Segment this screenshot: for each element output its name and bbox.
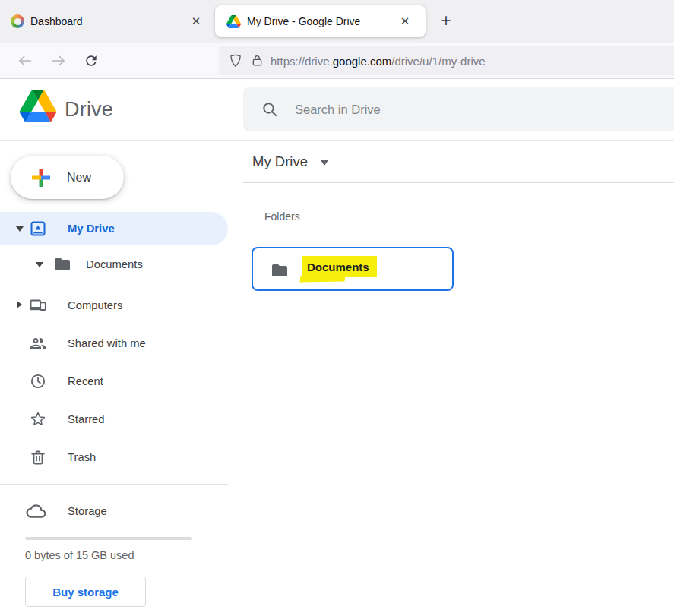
sidebar-item-trash[interactable]: Trash bbox=[0, 441, 228, 474]
sidebar-item-my-drive[interactable]: My Drive bbox=[0, 212, 228, 245]
sidebar-item-label: Computers bbox=[68, 299, 122, 311]
section-divider bbox=[243, 182, 674, 183]
chevron-down-icon[interactable] bbox=[36, 262, 43, 267]
close-tab-icon[interactable]: ✕ bbox=[188, 14, 204, 28]
plus-icon bbox=[27, 164, 55, 191]
shield-icon[interactable] bbox=[228, 53, 243, 68]
reload-icon[interactable] bbox=[84, 53, 99, 68]
people-icon bbox=[29, 334, 47, 352]
star-icon bbox=[29, 410, 47, 428]
folder-icon bbox=[271, 261, 289, 280]
new-button-label: New bbox=[67, 171, 91, 185]
storage-usage-text: 0 bytes of 15 GB used bbox=[25, 549, 134, 561]
main-content: My Drive Folders Documents bbox=[243, 141, 674, 616]
tab-my-drive[interactable]: My Drive - Google Drive ✕ bbox=[215, 5, 426, 37]
sidebar-item-label: Trash bbox=[68, 451, 96, 463]
drive-favicon-icon bbox=[226, 15, 241, 28]
cloud-icon bbox=[25, 501, 47, 521]
sidebar-item-label: Shared with me bbox=[68, 337, 146, 349]
sidebar-item-label: Documents bbox=[86, 258, 143, 270]
folder-name: Documents bbox=[302, 256, 377, 277]
breadcrumb-my-drive[interactable]: My Drive bbox=[252, 153, 328, 170]
search-input[interactable]: Search in Drive bbox=[243, 87, 674, 131]
drive-header: Drive Search in Drive bbox=[0, 79, 674, 141]
tab-dashboard[interactable]: Dashboard ✕ bbox=[0, 0, 207, 43]
new-tab-button[interactable]: + bbox=[434, 10, 458, 33]
sidebar-item-label: My Drive bbox=[68, 223, 115, 235]
browser-window: Dashboard ✕ My Drive - Google Drive ✕ + bbox=[0, 0, 674, 616]
app-name: Drive bbox=[65, 98, 113, 122]
url-text: https://drive.google.com/drive/u/1/my-dr… bbox=[271, 55, 486, 68]
sidebar-item-storage[interactable]: Storage bbox=[0, 494, 228, 528]
sidebar-divider bbox=[0, 484, 228, 485]
sidebar-item-label: Starred bbox=[68, 413, 105, 425]
highlight-annotation: Documents bbox=[302, 256, 377, 277]
tab-bar: Dashboard ✕ My Drive - Google Drive ✕ + bbox=[0, 0, 674, 43]
back-icon[interactable] bbox=[17, 52, 33, 69]
page-title: My Drive bbox=[252, 153, 308, 170]
computers-icon bbox=[29, 296, 47, 314]
clock-icon bbox=[29, 372, 47, 390]
dashboard-favicon-icon bbox=[11, 14, 24, 28]
sidebar-item-documents[interactable]: Documents bbox=[0, 248, 228, 281]
browser-toolbar: https://drive.google.com/drive/u/1/my-dr… bbox=[0, 43, 674, 79]
folders-section-label: Folders bbox=[264, 210, 300, 223]
buy-storage-button[interactable]: Buy storage bbox=[25, 577, 146, 607]
storage-progress-bar bbox=[25, 537, 192, 540]
search-placeholder: Search in Drive bbox=[295, 103, 381, 117]
new-button[interactable]: New bbox=[11, 156, 124, 199]
folder-card-documents[interactable]: Documents bbox=[252, 247, 454, 291]
sidebar-item-label: Recent bbox=[68, 375, 103, 387]
sidebar-item-label: Storage bbox=[68, 505, 107, 517]
lock-icon[interactable] bbox=[250, 53, 264, 68]
sidebar-item-computers[interactable]: Computers bbox=[0, 289, 228, 322]
close-tab-icon[interactable]: ✕ bbox=[397, 14, 413, 28]
search-icon bbox=[261, 100, 279, 118]
chevron-right-icon[interactable] bbox=[17, 301, 22, 308]
forward-icon[interactable] bbox=[50, 52, 67, 69]
folder-icon bbox=[53, 255, 71, 273]
trash-icon bbox=[29, 448, 47, 466]
chevron-down-icon[interactable] bbox=[16, 226, 24, 232]
tab-title: My Drive - Google Drive bbox=[247, 15, 360, 27]
url-bar[interactable]: https://drive.google.com/drive/u/1/my-dr… bbox=[219, 46, 674, 75]
drive-logo-icon[interactable] bbox=[20, 90, 56, 122]
sidebar-item-starred[interactable]: Starred bbox=[0, 403, 228, 436]
chevron-down-icon[interactable] bbox=[321, 160, 328, 166]
tab-title: Dashboard bbox=[30, 15, 83, 27]
sidebar-item-recent[interactable]: Recent bbox=[0, 365, 228, 398]
my-drive-icon bbox=[29, 220, 47, 238]
sidebar: New My Drive Documents bbox=[0, 141, 243, 616]
sidebar-item-shared-with-me[interactable]: Shared with me bbox=[0, 327, 228, 360]
